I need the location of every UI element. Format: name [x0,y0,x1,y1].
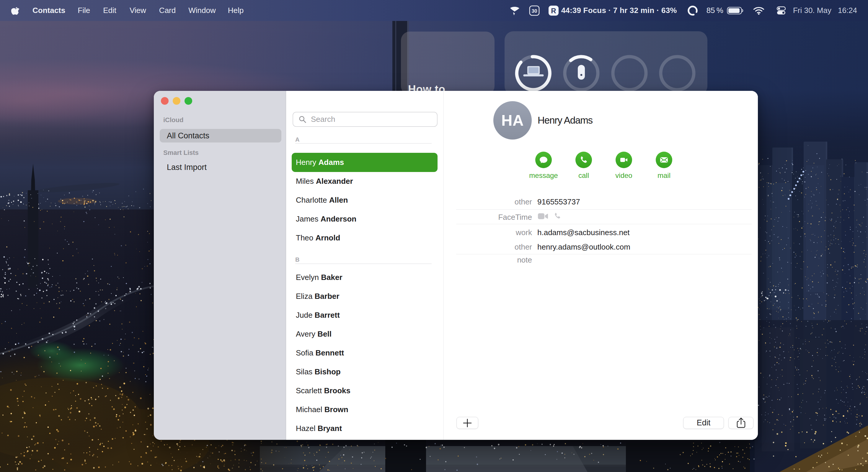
svg-text:R: R [551,7,556,15]
svg-text:30: 30 [531,8,537,14]
